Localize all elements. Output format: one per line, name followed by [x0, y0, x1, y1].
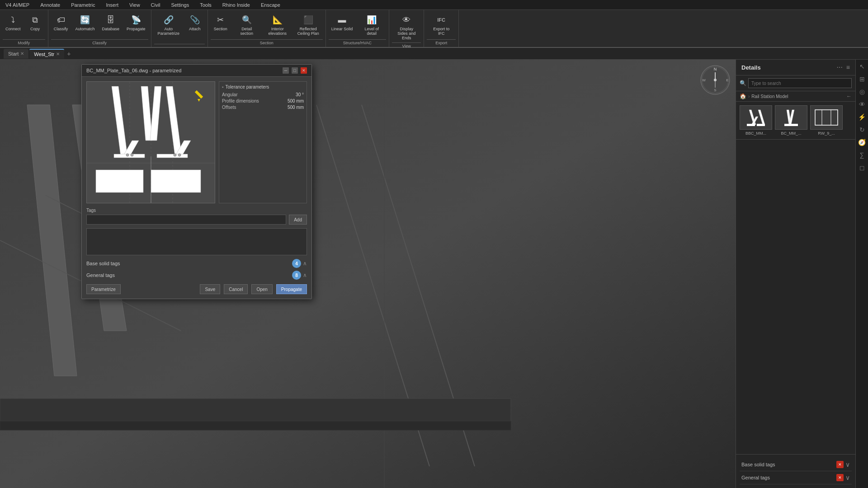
- menu-view[interactable]: View: [127, 1, 142, 9]
- menu-civil[interactable]: Civil: [149, 1, 162, 9]
- detail-section-button[interactable]: 🔍 Detail section: [232, 12, 261, 38]
- section-group-label: Section: [211, 39, 323, 45]
- sidebar-eye-icon[interactable]: 👁: [857, 99, 867, 109]
- menu-enscape[interactable]: Enscape: [259, 1, 282, 9]
- thumbnails-area: BBC_MM... BC_MM_...: [736, 102, 855, 140]
- attach-button[interactable]: 📎 Attach: [185, 12, 205, 33]
- database-icon: 🗄: [104, 14, 117, 26]
- reflected-ceiling-button[interactable]: ⬛ Reflected Ceiling Plan: [294, 12, 323, 38]
- menu-settings[interactable]: Settings: [169, 1, 191, 9]
- tab-start-label: Start: [8, 51, 19, 56]
- base-solid-expand-icon[interactable]: ∨: [845, 461, 850, 468]
- attach-icon: 📎: [189, 14, 201, 26]
- tabs-bar: Start ✕ West_Str ✕ +: [0, 48, 868, 60]
- section-button[interactable]: ✂ Section: [211, 12, 231, 33]
- add-tag-button[interactable]: Add: [289, 215, 307, 225]
- section-icon: ✂: [214, 14, 227, 26]
- thumbnail-bbc-mm-label: BBC_MM...: [745, 131, 766, 136]
- cancel-button[interactable]: Cancel: [224, 284, 248, 294]
- details-base-solid-label: Base solid tags: [741, 462, 775, 467]
- interior-elevations-button[interactable]: 📐 Interior elevations: [263, 12, 292, 38]
- base-solid-tags-row: Base solid tags 4 ∧: [86, 259, 307, 268]
- thumbnail-rw-9[interactable]: RW_9_...: [810, 105, 843, 136]
- details-base-solid-tags: Base solid tags ✕ ∨: [740, 458, 852, 471]
- general-tags-close-button[interactable]: ✕: [836, 474, 844, 481]
- search-input[interactable]: [748, 78, 852, 88]
- tab-add-button[interactable]: +: [65, 50, 72, 57]
- sidebar-target-icon[interactable]: ◎: [857, 87, 867, 97]
- propagate-button[interactable]: 📡 Propagate: [124, 12, 148, 33]
- menu-v4[interactable]: V4 AI/MEP: [4, 1, 31, 9]
- sidebar-layers-icon[interactable]: ⊞: [857, 74, 867, 84]
- display-sides-button[interactable]: 👁 Display Sides and Ends: [392, 12, 421, 42]
- display-sides-icon: 👁: [400, 14, 413, 26]
- details-general-tags: General tags ✕ ∨: [740, 471, 852, 484]
- tags-section: Tags Add: [86, 208, 307, 225]
- main-layout: N E S W BC_MM_Plate_Tab_06.dwg - paramet…: [0, 60, 868, 488]
- angular-value: 30 °: [296, 92, 304, 97]
- sidebar-compass-icon[interactable]: 🧭: [857, 137, 867, 147]
- dialog-titlebar[interactable]: BC_MM_Plate_Tab_06.dwg - parametrized ─ …: [82, 65, 311, 77]
- offsets-value: 500 mm: [288, 105, 304, 110]
- general-tags-label: General tags: [86, 272, 115, 278]
- sidebar-refresh-icon[interactable]: ↻: [857, 125, 867, 135]
- tab-start[interactable]: Start ✕: [4, 49, 28, 59]
- level-of-detail-button[interactable]: 📊 Level of detail: [357, 12, 386, 38]
- tags-input[interactable]: [86, 215, 286, 225]
- auto-parametrize-button[interactable]: 🔗 Auto Parametrize: [154, 12, 183, 38]
- sidebar-cursor-icon[interactable]: ↖: [857, 61, 867, 71]
- details-panel: Details ··· ≡ 🔍 🏠 › Rail Station Model ←: [736, 60, 855, 488]
- copy-button[interactable]: ⧉ Copy: [25, 12, 45, 33]
- detail-section-icon: 🔍: [241, 14, 253, 26]
- linear-solid-button[interactable]: ▬ Linear Solid: [329, 12, 356, 33]
- dialog-close-button[interactable]: ✕: [301, 67, 307, 74]
- sidebar-lightning-icon[interactable]: ⚡: [857, 112, 867, 122]
- general-tags-counter: 8 ∧: [292, 271, 307, 280]
- save-button[interactable]: Save: [200, 284, 220, 294]
- menu-rhino[interactable]: Rhino Inside: [221, 1, 252, 9]
- general-tags-expand-icon[interactable]: ∨: [845, 474, 850, 481]
- compass: N E S W: [699, 64, 731, 96]
- automatch-button[interactable]: 🔄 Automatch: [73, 12, 98, 33]
- general-tags-arrow[interactable]: ∧: [303, 272, 307, 278]
- base-solid-tags-label: Base solid tags: [86, 261, 120, 266]
- details-more-icon[interactable]: ···: [836, 63, 842, 71]
- menu-tools[interactable]: Tools: [198, 1, 213, 9]
- thumbnail-bc-mm[interactable]: BC_MM_...: [775, 105, 807, 136]
- minimize-button[interactable]: ─: [283, 67, 289, 74]
- auto-parametrize-icon: 🔗: [162, 14, 175, 26]
- database-button[interactable]: 🗄 Database: [99, 12, 123, 33]
- tab-west-str-close[interactable]: ✕: [56, 52, 60, 56]
- base-solid-close-button[interactable]: ✕: [836, 461, 844, 468]
- ribbon-group-structure: ▬ Linear Solid 📊 Level of detail Structu…: [326, 10, 390, 47]
- tolerance-profile: Profile dimensions 500 mm: [222, 99, 304, 103]
- base-solid-tags-badge: 4: [292, 259, 301, 268]
- viewport[interactable]: N E S W BC_MM_Plate_Tab_06.dwg - paramet…: [0, 60, 736, 488]
- breadcrumb-separator: ›: [748, 94, 750, 99]
- breadcrumb-back-icon[interactable]: ←: [846, 93, 852, 99]
- details-menu-icon[interactable]: ≡: [846, 64, 850, 71]
- classify-button[interactable]: 🏷 Classify: [51, 12, 71, 33]
- maximize-button[interactable]: □: [292, 67, 298, 74]
- general-tags-badge: 8: [292, 271, 301, 280]
- details-title: Details: [741, 64, 761, 71]
- open-button[interactable]: Open: [251, 284, 272, 294]
- menu-annotate[interactable]: Annotate: [38, 1, 62, 9]
- export-ifc-button[interactable]: IFC Export to IFC: [427, 12, 456, 38]
- tab-west-str[interactable]: West_Str ✕: [29, 49, 64, 59]
- tab-start-close[interactable]: ✕: [20, 51, 24, 56]
- autopar-group-label: [154, 44, 205, 45]
- menu-insert[interactable]: Insert: [104, 1, 120, 9]
- sidebar-box-icon[interactable]: ◻: [857, 163, 867, 173]
- svg-marker-7: [0, 421, 511, 430]
- section-buttons: ✂ Section 🔍 Detail section 📐 Interior el…: [211, 12, 323, 39]
- svg-rect-35: [151, 170, 201, 192]
- thumbnail-bbc-mm[interactable]: BBC_MM...: [740, 105, 772, 136]
- connect-button[interactable]: ⤵ Connect: [3, 12, 24, 33]
- base-solid-tags-arrow[interactable]: ∧: [303, 260, 307, 267]
- menu-parametric[interactable]: Parametric: [69, 1, 97, 9]
- propagate-dialog-button[interactable]: Propagate: [276, 284, 307, 294]
- breadcrumb-home-icon[interactable]: 🏠: [740, 93, 746, 99]
- parametrize-button[interactable]: Parametrize: [86, 284, 121, 294]
- sidebar-sigma-icon[interactable]: ∑: [857, 150, 867, 160]
